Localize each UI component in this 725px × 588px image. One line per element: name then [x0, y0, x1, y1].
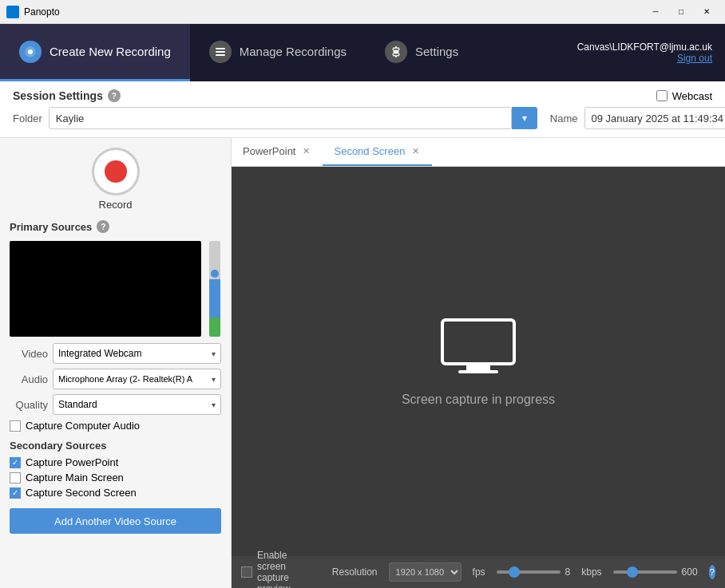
svg-point-5 [394, 49, 398, 53]
fps-label: fps [473, 566, 485, 578]
settings-tab-icon [385, 41, 407, 63]
record-area: Record [10, 148, 221, 211]
capture-main-screen-checkbox[interactable] [10, 472, 21, 483]
kbps-slider[interactable] [613, 570, 677, 574]
enable-preview-checkbox[interactable] [241, 566, 252, 578]
window-controls: ─ □ ✕ [644, 4, 719, 20]
user-info: Canvas\LIDKFORT@ljmu.ac.uk Sign out [577, 41, 725, 64]
capture-second-screen-label: Capture Second Screen [26, 487, 137, 499]
folder-dropdown-btn[interactable]: ▾ [512, 107, 537, 129]
user-email: Canvas\LIDKFORT@ljmu.ac.uk [577, 41, 712, 53]
primary-sources-help-icon[interactable]: ? [97, 220, 109, 233]
video-select[interactable]: Integrated Webcam ▾ [53, 343, 221, 364]
sign-out-link[interactable]: Sign out [577, 53, 712, 64]
bottom-help-icon[interactable]: ? [709, 565, 715, 579]
manage-tab-icon [209, 41, 232, 63]
tab-second-screen[interactable]: Second Screen ✕ [323, 138, 432, 166]
audio-select[interactable]: Microphone Array (2- Realtek(R) A ▾ [53, 369, 221, 389]
body-area: Record Primary Sources ? [0, 138, 725, 588]
preview-row [10, 241, 221, 337]
tab-second-screen-close[interactable]: ✕ [410, 146, 421, 157]
capture-audio-checkbox[interactable] [10, 420, 21, 432]
primary-sources-title: Primary Sources ? [10, 220, 221, 233]
session-help-icon[interactable]: ? [108, 89, 121, 102]
session-fields: Folder ▾ Name Join Session ▾ [13, 107, 712, 129]
svg-rect-3 [216, 51, 225, 53]
create-tab-label: Create New Recording [50, 45, 171, 58]
folder-input[interactable] [49, 107, 512, 129]
quality-select[interactable]: Standard ▾ [53, 394, 221, 415]
nav-tab-settings[interactable]: Settings [366, 24, 477, 81]
kbps-value: 600 [682, 566, 698, 578]
tab-powerpoint-close[interactable]: ✕ [300, 146, 311, 157]
add-source-button[interactable]: Add Another Video Source [10, 508, 221, 534]
nav-bar: Create New Recording Manage Recordings S… [0, 24, 725, 81]
capture-main-screen-label: Capture Main Screen [26, 472, 124, 483]
resolution-select[interactable]: 1920 x 1080 [389, 562, 462, 582]
session-top: Session Settings ? Webcast [13, 89, 712, 102]
audio-label: Audio [10, 373, 48, 385]
create-tab-icon [19, 41, 42, 63]
av-settings: Video Integrated Webcam ▾ Audio Micropho… [10, 343, 221, 415]
audio-chevron-icon: ▾ [212, 375, 216, 384]
monitor-icon [438, 316, 518, 380]
video-preview [10, 241, 201, 337]
capture-second-screen-checkbox[interactable]: ✓ [10, 487, 21, 499]
minimize-button[interactable]: ─ [644, 4, 668, 20]
resolution-select-wrap: 1920 x 1080 [389, 562, 462, 582]
tabs-bar: PowerPoint ✕ Second Screen ✕ [232, 138, 725, 167]
main-content: Session Settings ? Webcast Folder ▾ Name [0, 81, 725, 588]
enable-preview-row[interactable]: Enable screen capture preview [241, 550, 310, 588]
kbps-slider-container: 600 [613, 566, 698, 578]
name-row: Name [550, 107, 725, 129]
kbps-label: kbps [581, 566, 601, 578]
title-bar-left: Panopto [6, 6, 60, 18]
webcast-section: Webcast [656, 90, 712, 102]
webcast-checkbox[interactable] [656, 90, 668, 101]
folder-row: Folder ▾ [13, 107, 537, 129]
nav-tab-create[interactable]: Create New Recording [0, 24, 190, 81]
app-title: Panopto [24, 6, 60, 18]
svg-rect-8 [458, 370, 498, 373]
close-button[interactable]: ✕ [695, 4, 719, 20]
title-bar: Panopto ─ □ ✕ [0, 0, 725, 24]
maximize-button[interactable]: □ [669, 4, 693, 20]
capture-audio-row[interactable]: Capture Computer Audio [10, 420, 221, 432]
svg-point-1 [28, 49, 33, 54]
video-row: Video Integrated Webcam ▾ [10, 343, 221, 364]
audio-level-blue [209, 279, 220, 318]
audio-level-green [209, 318, 220, 337]
record-button[interactable] [92, 148, 140, 195]
tab-second-screen-label: Second Screen [334, 145, 405, 157]
record-label: Record [99, 199, 133, 211]
preview-text: Screen capture in progress [402, 393, 555, 407]
webcast-label: Webcast [672, 90, 712, 102]
name-label: Name [550, 112, 578, 124]
name-input[interactable] [584, 107, 725, 129]
svg-rect-4 [216, 54, 225, 56]
tab-powerpoint-label: PowerPoint [243, 145, 295, 157]
quality-select-value: Standard [58, 399, 97, 410]
tab-powerpoint[interactable]: PowerPoint ✕ [232, 138, 323, 166]
fps-slider[interactable] [497, 570, 561, 574]
svg-rect-7 [466, 365, 490, 370]
settings-tab-label: Settings [415, 45, 458, 58]
capture-second-screen-row[interactable]: ✓ Capture Second Screen [10, 487, 221, 499]
quality-row: Quality Standard ▾ [10, 394, 221, 415]
video-chevron-icon: ▾ [212, 349, 216, 358]
folder-label: Folder [13, 112, 42, 124]
manage-tab-label: Manage Recordings [240, 45, 347, 58]
audio-meter [209, 241, 220, 337]
right-panel: PowerPoint ✕ Second Screen ✕ Screen capt… [232, 138, 725, 588]
nav-tab-manage[interactable]: Manage Recordings [190, 24, 366, 81]
session-settings-title: Session Settings ? [13, 89, 121, 102]
secondary-sources-title: Secondary Sources [10, 440, 221, 452]
capture-powerpoint-checkbox[interactable]: ✓ [10, 457, 21, 468]
capture-main-screen-row[interactable]: Capture Main Screen [10, 472, 221, 483]
audio-select-value: Microphone Array (2- Realtek(R) A [58, 374, 192, 384]
svg-rect-6 [442, 320, 514, 364]
audio-row: Audio Microphone Array (2- Realtek(R) A … [10, 369, 221, 389]
enable-preview-label: Enable screen capture preview [257, 550, 310, 588]
capture-powerpoint-row[interactable]: ✓ Capture PowerPoint [10, 456, 221, 468]
session-settings-bar: Session Settings ? Webcast Folder ▾ Name [0, 81, 725, 138]
